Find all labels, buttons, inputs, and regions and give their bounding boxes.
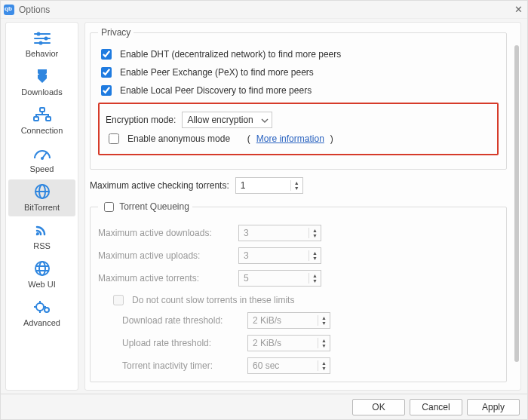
ulrate-value: 2 KiB/s bbox=[248, 338, 318, 348]
dlrate-spinner: 2 KiB/s ▲▼ bbox=[247, 312, 330, 329]
gauge-icon bbox=[32, 145, 53, 163]
max-dl-label: Maximum active downloads: bbox=[98, 228, 234, 238]
no-slow-label: Do not count slow torrents in these limi… bbox=[132, 295, 294, 305]
dht-label: Enable DHT (decentralized network) to fi… bbox=[120, 49, 341, 60]
sidebar-item-speed[interactable]: Speed bbox=[8, 141, 75, 178]
svg-point-12 bbox=[41, 157, 44, 160]
spin-up-icon: ▲ bbox=[309, 273, 321, 278]
sidebar-item-downloads[interactable]: Downloads bbox=[8, 64, 75, 101]
max-active-spinner: 5 ▲▼ bbox=[238, 270, 321, 287]
svg-point-4 bbox=[44, 37, 48, 41]
sidebar-item-label: Behavior bbox=[26, 49, 58, 58]
anonymous-checkbox[interactable] bbox=[109, 133, 119, 144]
queueing-legend-label: Torrent Queueing bbox=[119, 201, 189, 212]
spin-down-icon: ▼ bbox=[318, 343, 330, 348]
sidebar-item-bittorrent[interactable]: BitTorrent bbox=[8, 179, 75, 216]
pex-label: Enable Peer Exchange (PeX) to find more … bbox=[120, 67, 314, 78]
encryption-select[interactable]: Allow encryption bbox=[182, 112, 272, 128]
chevron-down-icon bbox=[261, 116, 269, 127]
sidebar-item-label: BitTorrent bbox=[24, 203, 60, 212]
svg-point-16 bbox=[36, 232, 39, 235]
dht-checkbox[interactable] bbox=[101, 49, 112, 60]
encryption-label: Encryption mode: bbox=[106, 115, 176, 125]
more-info-close: ) bbox=[330, 133, 333, 144]
pex-checkbox[interactable] bbox=[101, 67, 112, 78]
queueing-group: Torrent Queueing Maximum active download… bbox=[90, 200, 507, 382]
sidebar-item-label: RSS bbox=[33, 241, 51, 250]
globe-icon bbox=[32, 183, 53, 201]
svg-point-21 bbox=[36, 303, 44, 311]
sidebar: Behavior Downloads Connection Speed bbox=[5, 22, 78, 391]
svg-point-3 bbox=[36, 32, 40, 36]
svg-point-5 bbox=[38, 41, 42, 45]
privacy-group: Privacy Enable DHT (decentralized networ… bbox=[90, 27, 507, 170]
privacy-legend: Privacy bbox=[98, 27, 134, 38]
sidebar-item-connection[interactable]: Connection bbox=[8, 103, 75, 139]
spin-up-icon[interactable]: ▲ bbox=[291, 180, 302, 185]
max-active-value: 5 bbox=[239, 273, 309, 284]
content-area: Privacy Enable DHT (decentralized networ… bbox=[84, 22, 521, 391]
max-checking-spinner[interactable]: 1 ▲▼ bbox=[235, 177, 303, 194]
dlrate-label: Download rate threshold: bbox=[122, 315, 243, 326]
spin-up-icon: ▲ bbox=[318, 315, 330, 320]
spin-up-icon: ▲ bbox=[309, 250, 321, 256]
scrollbar-thumb[interactable] bbox=[514, 45, 519, 362]
highlighted-region: Encryption mode: Allow encryption Enable… bbox=[98, 103, 499, 155]
network-icon bbox=[32, 106, 53, 124]
ok-button[interactable]: OK bbox=[352, 399, 405, 415]
spin-down-icon: ▼ bbox=[318, 366, 330, 371]
gears-icon bbox=[32, 299, 53, 317]
downloads-icon bbox=[32, 68, 53, 86]
max-active-label: Maximum active torrents: bbox=[98, 273, 234, 284]
globe2-icon bbox=[32, 260, 53, 278]
svg-point-17 bbox=[35, 262, 49, 275]
cancel-button[interactable]: Cancel bbox=[410, 399, 462, 415]
footer: OK Cancel Apply bbox=[1, 394, 527, 419]
more-info-open: ( bbox=[247, 133, 250, 144]
sidebar-item-webui[interactable]: Web UI bbox=[8, 256, 75, 293]
svg-rect-10 bbox=[46, 117, 51, 121]
inactivity-value: 60 sec bbox=[248, 360, 318, 371]
spin-up-icon: ▲ bbox=[318, 338, 330, 343]
max-checking-label: Maximum active checking torrents: bbox=[90, 180, 229, 191]
window-title: Options bbox=[19, 5, 50, 15]
max-ul-spinner: 3 ▲▼ bbox=[238, 247, 321, 264]
queueing-legend: Torrent Queueing bbox=[98, 200, 192, 214]
sidebar-item-label: Downloads bbox=[21, 87, 62, 97]
no-slow-checkbox bbox=[113, 295, 124, 305]
svg-point-22 bbox=[45, 308, 49, 312]
lsd-checkbox[interactable] bbox=[101, 85, 112, 96]
more-info-link[interactable]: More information bbox=[256, 133, 324, 144]
sidebar-item-behavior[interactable]: Behavior bbox=[8, 27, 75, 63]
spin-down-icon: ▼ bbox=[309, 256, 321, 261]
spin-down-icon: ▼ bbox=[309, 233, 321, 238]
spin-down-icon: ▼ bbox=[309, 278, 321, 284]
max-checking-value: 1 bbox=[236, 180, 290, 191]
svg-rect-8 bbox=[40, 108, 45, 112]
lsd-label: Enable Local Peer Discovery to find more… bbox=[120, 85, 312, 96]
sidebar-item-label: Connection bbox=[21, 126, 63, 135]
ulrate-spinner: 2 KiB/s ▲▼ bbox=[247, 335, 330, 351]
queueing-checkbox[interactable] bbox=[104, 202, 114, 212]
svg-marker-7 bbox=[38, 75, 47, 83]
spin-up-icon: ▲ bbox=[309, 228, 321, 233]
sidebar-item-label: Advanced bbox=[23, 318, 60, 327]
inactivity-label: Torrent inactivity timer: bbox=[122, 360, 243, 371]
spin-down-icon[interactable]: ▼ bbox=[291, 185, 302, 191]
spin-up-icon: ▲ bbox=[318, 360, 330, 366]
close-icon[interactable]: ✕ bbox=[514, 4, 523, 15]
sidebar-item-rss[interactable]: RSS bbox=[8, 218, 75, 255]
titlebar: Options ✕ bbox=[1, 1, 527, 19]
inactivity-spinner: 60 sec ▲▼ bbox=[247, 357, 330, 374]
sidebar-item-advanced[interactable]: Advanced bbox=[8, 295, 75, 332]
svg-point-18 bbox=[39, 262, 45, 275]
sidebar-item-label: Web UI bbox=[28, 280, 55, 289]
app-icon bbox=[4, 5, 14, 15]
max-ul-label: Maximum active uploads: bbox=[98, 250, 234, 261]
max-dl-spinner: 3 ▲▼ bbox=[238, 225, 321, 241]
dlrate-value: 2 KiB/s bbox=[248, 315, 318, 326]
max-dl-value: 3 bbox=[239, 228, 309, 238]
sliders-icon bbox=[32, 31, 53, 48]
rss-icon bbox=[32, 222, 53, 240]
apply-button[interactable]: Apply bbox=[467, 399, 520, 415]
